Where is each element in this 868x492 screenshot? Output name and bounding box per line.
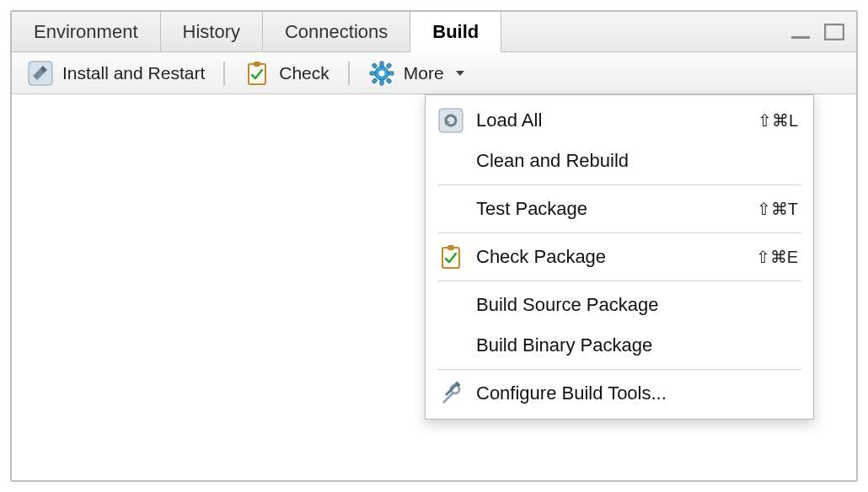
svg-rect-11 (386, 62, 391, 67)
more-button[interactable]: More (360, 56, 473, 90)
tools-icon (437, 380, 464, 407)
menu-separator (437, 233, 801, 233)
build-toolbar: Install and Restart Check (12, 52, 856, 94)
tab-history[interactable]: History (161, 12, 263, 51)
menu-item-label: Build Source Package (476, 294, 798, 316)
svg-rect-3 (249, 64, 265, 84)
tab-label: Environment (34, 21, 138, 43)
menu-item-shortcut: ⇧⌘E (756, 247, 798, 267)
svg-rect-15 (439, 109, 463, 132)
menu-item-configure[interactable]: Configure Build Tools... (426, 373, 813, 414)
menu-item-load-all[interactable]: Load All ⇧⌘L (426, 100, 813, 141)
menu-item-shortcut: ⇧⌘L (758, 110, 798, 131)
svg-rect-4 (254, 62, 260, 67)
blank-icon (437, 332, 464, 359)
hammer-icon (27, 60, 54, 87)
svg-rect-12 (372, 78, 377, 83)
svg-rect-0 (791, 36, 810, 39)
menu-item-test-package[interactable]: Test Package ⇧⌘T (426, 189, 813, 229)
menu-item-label: Check Package (476, 246, 744, 268)
svg-rect-13 (386, 78, 391, 83)
menu-item-label: Load All (476, 110, 746, 131)
install-restart-button[interactable]: Install and Restart (19, 56, 213, 90)
menu-item-label: Clean and Rebuild (476, 150, 798, 172)
menu-item-label: Test Package (476, 198, 745, 220)
toolbar-separator (348, 62, 350, 85)
build-panel: Environment History Connections Build (10, 10, 858, 482)
svg-rect-6 (380, 62, 383, 67)
svg-rect-10 (372, 62, 377, 67)
blank-icon (437, 291, 464, 318)
tab-connections[interactable]: Connections (263, 12, 410, 51)
svg-rect-9 (388, 72, 394, 75)
toolbar-button-label: More (404, 63, 444, 83)
tab-bar: Environment History Connections Build (12, 12, 856, 52)
blank-icon (437, 147, 464, 174)
menu-item-shortcut: ⇧⌘T (757, 199, 798, 219)
gear-icon (368, 60, 395, 87)
menu-separator (437, 369, 801, 370)
menu-item-label: Build Binary Package (476, 334, 798, 356)
toolbar-separator (223, 62, 225, 85)
svg-point-14 (378, 70, 384, 76)
minimize-icon[interactable] (790, 24, 814, 40)
tab-label: Connections (285, 21, 388, 43)
window-controls (790, 12, 856, 51)
clipboard-check-icon (437, 243, 464, 270)
more-dropdown-menu: Load All ⇧⌘L Clean and Rebuild Test Pack… (425, 94, 814, 420)
blank-icon (437, 195, 464, 222)
menu-item-build-binary[interactable]: Build Binary Package (426, 325, 813, 366)
tab-environment[interactable]: Environment (12, 12, 161, 51)
check-button[interactable]: Check (235, 56, 338, 90)
svg-rect-1 (825, 24, 844, 40)
build-content-area: Load All ⇧⌘L Clean and Rebuild Test Pack… (12, 94, 856, 480)
menu-item-check-package[interactable]: Check Package ⇧⌘E (426, 237, 813, 277)
menu-item-build-source[interactable]: Build Source Package (426, 285, 813, 325)
tab-build[interactable]: Build (410, 12, 501, 52)
menu-separator (437, 281, 801, 281)
svg-rect-16 (442, 248, 459, 268)
tab-label: History (183, 21, 240, 43)
menu-item-label: Configure Build Tools... (476, 382, 798, 404)
toolbar-button-label: Install and Restart (62, 63, 205, 83)
svg-rect-7 (380, 80, 383, 85)
toolbar-button-label: Check (279, 63, 330, 83)
svg-rect-8 (370, 72, 375, 75)
tab-label: Build (432, 21, 479, 43)
menu-separator (437, 184, 801, 185)
svg-rect-17 (447, 245, 454, 250)
chevron-down-icon (456, 71, 464, 76)
refresh-icon (437, 107, 464, 134)
menu-item-clean-rebuild[interactable]: Clean and Rebuild (426, 141, 813, 181)
clipboard-check-icon (244, 60, 271, 87)
maximize-icon[interactable] (822, 24, 846, 40)
